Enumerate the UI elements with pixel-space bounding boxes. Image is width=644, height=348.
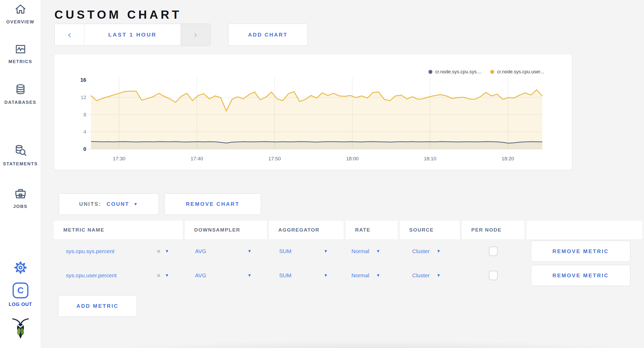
aggregator-dropdown[interactable]: SUM ▼ — [269, 263, 344, 288]
aggregator-dropdown[interactable]: SUM ▼ — [269, 239, 344, 263]
rate-value: Normal — [351, 248, 369, 254]
rate-dropdown[interactable]: Normal ▼ — [346, 263, 398, 288]
per-node-checkbox[interactable] — [489, 271, 498, 280]
aggregator-value: SUM — [279, 272, 292, 279]
legend-item-sys[interactable]: cr.node.sys.cpu.sys.... — [428, 69, 482, 75]
legend-label-sys: cr.node.sys.cpu.sys.... — [435, 69, 482, 75]
sidebar-item-label: METRICS — [8, 59, 32, 64]
svg-text:16: 16 — [80, 77, 86, 83]
home-icon — [14, 3, 27, 16]
source-dropdown[interactable]: Cluster ▼ — [400, 263, 460, 288]
downsampler-dropdown[interactable]: AVG ▼ — [185, 263, 267, 288]
downsampler-value: AVG — [195, 248, 206, 254]
source-dropdown[interactable]: Cluster ▼ — [400, 239, 460, 263]
legend-dot-sys — [428, 70, 432, 74]
chevron-down-icon: ▼ — [165, 273, 169, 278]
chevron-down-icon: ▼ — [134, 202, 139, 207]
add-chart-button[interactable]: ADD CHART — [228, 24, 308, 46]
svg-text:17:30: 17:30 — [113, 156, 125, 161]
actions-cell: REMOVE METRIC — [527, 263, 642, 288]
clear-icon[interactable]: × — [157, 272, 161, 280]
metric-name-cell: sys.cpu.sys.percent × ▼ — [54, 239, 183, 263]
actions-cell: REMOVE METRIC — [527, 239, 642, 263]
sidebar: OVERVIEW METRICS DATABASES — [0, 0, 41, 348]
metrics-table-header: METRIC NAME DOWNSAMPLER AGGREGATOR RATE … — [54, 221, 642, 239]
sidebar-item-overview[interactable]: OVERVIEW — [0, 3, 41, 25]
aggregator-value: SUM — [279, 248, 292, 254]
cockroach-bug-icon — [11, 317, 30, 341]
col-header-rate: RATE — [346, 221, 398, 239]
sidebar-item-label: DATABASES — [4, 100, 36, 105]
chevron-down-icon: ▼ — [376, 273, 380, 278]
page-title: CUSTOM CHART — [54, 8, 182, 22]
remove-chart-button[interactable]: REMOVE CHART — [164, 193, 261, 215]
chart-legend: cr.node.sys.cpu.sys.... cr.node.sys.cpu.… — [428, 69, 544, 75]
table-row: sys.cpu.user.percent × ▼ AVG ▼ SUM ▼ Nor… — [54, 263, 642, 288]
sidebar-item-label: STATEMENTS — [3, 161, 38, 167]
col-header-source: SOURCE — [400, 221, 460, 239]
metric-select-controls[interactable]: × ▼ — [157, 247, 169, 255]
chevron-down-icon: ▼ — [437, 273, 441, 278]
remove-metric-button[interactable]: REMOVE METRIC — [531, 265, 630, 286]
chevron-down-icon: ▼ — [376, 249, 380, 254]
source-value: Cluster — [412, 272, 430, 279]
jobs-icon — [14, 187, 27, 200]
metric-name-value: sys.cpu.user.percent — [54, 272, 117, 279]
col-header-per-node: PER NODE — [462, 221, 524, 239]
logout-label: LOG OUT — [9, 302, 32, 307]
sidebar-item-metrics[interactable]: METRICS — [0, 43, 41, 64]
databases-icon — [14, 83, 27, 96]
chevron-left-icon: ‹ — [67, 30, 71, 40]
cockroach-c-logo-icon: C — [12, 282, 29, 299]
legend-label-user: cr.node.sys.cpu.user... — [497, 69, 544, 75]
legend-dot-user — [490, 70, 494, 74]
units-dropdown[interactable]: UNITS: COUNT ▼ — [59, 193, 159, 215]
svg-text:4: 4 — [83, 129, 86, 135]
clear-icon[interactable]: × — [157, 247, 161, 255]
per-node-cell — [462, 263, 524, 288]
svg-text:18:10: 18:10 — [424, 156, 436, 161]
legend-item-user[interactable]: cr.node.sys.cpu.user... — [490, 69, 544, 75]
col-header-metric-name: METRIC NAME — [54, 221, 183, 239]
sidebar-item-label: OVERVIEW — [6, 19, 34, 25]
time-range-value[interactable]: LAST 1 HOUR — [84, 24, 181, 45]
svg-text:8: 8 — [83, 112, 86, 117]
rate-dropdown[interactable]: Normal ▼ — [346, 239, 398, 263]
metrics-table: METRIC NAME DOWNSAMPLER AGGREGATOR RATE … — [54, 221, 642, 288]
col-header-actions — [527, 221, 642, 239]
source-value: Cluster — [412, 248, 430, 254]
time-range-selector: ‹ LAST 1 HOUR › — [54, 24, 211, 46]
statements-icon — [14, 144, 27, 158]
metric-name-cell: sys.cpu.user.percent × ▼ — [54, 263, 183, 288]
per-node-checkbox[interactable] — [489, 247, 498, 256]
bottom-shadow — [100, 340, 644, 348]
chevron-right-icon: › — [193, 30, 197, 40]
settings-gear-button[interactable] — [0, 260, 41, 275]
units-value: COUNT — [107, 201, 129, 207]
add-metric-button[interactable]: ADD METRIC — [58, 295, 137, 317]
svg-text:12: 12 — [81, 95, 86, 100]
per-node-cell — [462, 239, 524, 263]
sidebar-item-statements[interactable]: STATEMENTS — [0, 144, 41, 167]
time-range-prev-button[interactable]: ‹ — [55, 24, 84, 45]
cockroach-bug-logo — [0, 317, 41, 341]
svg-text:0: 0 — [83, 146, 86, 152]
time-range-next-button[interactable]: › — [181, 24, 210, 45]
chevron-down-icon: ▼ — [324, 249, 328, 254]
svg-text:17:50: 17:50 — [268, 156, 281, 161]
svg-text:17:40: 17:40 — [191, 156, 203, 161]
metric-select-controls[interactable]: × ▼ — [157, 272, 169, 280]
chevron-down-icon: ▼ — [247, 273, 252, 278]
logout-button[interactable]: C LOG OUT — [0, 282, 41, 307]
gear-icon — [13, 260, 28, 275]
metrics-icon — [14, 43, 27, 55]
downsampler-value: AVG — [195, 272, 206, 279]
units-label: UNITS: — [79, 201, 101, 207]
remove-metric-button[interactable]: REMOVE METRIC — [531, 241, 630, 262]
chevron-down-icon: ▼ — [165, 249, 169, 254]
downsampler-dropdown[interactable]: AVG ▼ — [185, 239, 267, 263]
col-header-downsampler: DOWNSAMPLER — [185, 221, 267, 239]
sidebar-item-jobs[interactable]: JOBS — [0, 187, 41, 209]
svg-text:18:20: 18:20 — [502, 156, 514, 161]
sidebar-item-databases[interactable]: DATABASES — [0, 83, 41, 105]
